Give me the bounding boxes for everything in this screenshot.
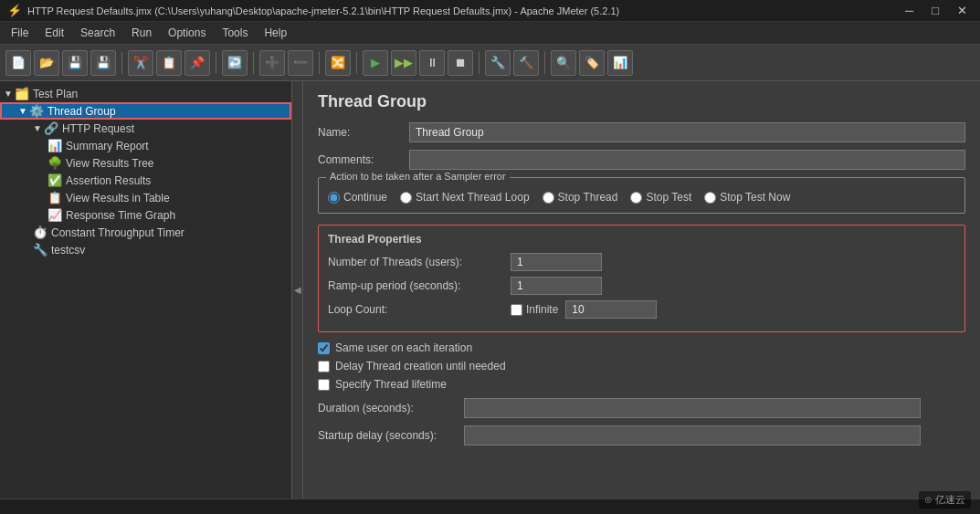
label-summary-report: Summary Report — [66, 140, 149, 152]
action-group-title: Action to be taken after a Sampler error — [326, 171, 510, 182]
radio-stop-test[interactable] — [630, 192, 642, 204]
specify-lifetime-row: Specify Thread lifetime — [318, 378, 965, 391]
tb-start-no-pause[interactable]: ▶▶ — [391, 50, 416, 76]
icon-view-results-tree: 🌳 — [47, 156, 62, 170]
ramp-up-input[interactable] — [511, 277, 602, 295]
radio-stop-thread[interactable] — [543, 192, 554, 204]
radio-continue[interactable] — [328, 192, 340, 204]
radio-start-next-loop[interactable] — [400, 192, 412, 204]
tree-view-results-tree[interactable]: 🌳 View Results Tree — [0, 154, 291, 172]
tree-testcsv[interactable]: 🔧 testcsv — [0, 241, 291, 258]
specify-lifetime-label: Specify Thread lifetime — [335, 378, 447, 391]
infinite-checkbox[interactable] — [511, 304, 522, 316]
tree-test-plan[interactable]: ▼ 🗂️ Test Plan — [0, 85, 291, 102]
tree-assertion-results[interactable]: ✅ Assertion Results — [0, 172, 291, 189]
tb-stop[interactable]: ⏸ — [419, 50, 445, 76]
label-thread-group: Thread Group — [47, 105, 116, 118]
menu-run[interactable]: Run — [124, 24, 159, 42]
label-http-request: HTTP Request — [62, 122, 134, 135]
num-threads-label: Number of Threads (users): — [328, 256, 511, 268]
tree-response-time-graph[interactable]: 📈 Response Time Graph — [0, 206, 291, 224]
icon-test-plan: 🗂️ — [15, 87, 29, 100]
loop-count-input[interactable] — [565, 300, 657, 319]
minimize-button[interactable]: ─ — [900, 4, 919, 17]
separator-5 — [356, 52, 357, 74]
tb-search[interactable]: 🔍 — [551, 50, 576, 76]
tree-summary-report[interactable]: 📊 Summary Report — [0, 137, 291, 154]
separator-6 — [479, 52, 479, 74]
infinite-option[interactable]: Infinite — [511, 303, 558, 316]
tb-new[interactable]: 📄 — [5, 50, 31, 76]
tb-save-as[interactable]: 💾 — [90, 50, 116, 76]
num-threads-input[interactable] — [511, 253, 602, 271]
action-stop-test-now[interactable]: Stop Test Now — [704, 191, 790, 204]
collapse-icon: ◀ — [294, 285, 301, 295]
tb-toggle[interactable]: 🔀 — [325, 50, 351, 76]
tree-constant-throughput[interactable]: ⏱️ Constant Throughput Timer — [0, 224, 291, 241]
sidebar-tree: ▼ 🗂️ Test Plan ▼ ⚙️ Thread Group ▼ 🔗 HTT… — [0, 81, 292, 498]
same-user-checkbox[interactable] — [318, 342, 330, 354]
radio-stop-test-now[interactable] — [704, 192, 716, 204]
tb-settings1[interactable]: 🔧 — [485, 50, 511, 76]
startup-delay-row: Startup delay (seconds): — [318, 425, 965, 446]
menu-file[interactable]: File — [4, 24, 36, 42]
tree-http-request[interactable]: ▼ 🔗 HTTP Request — [0, 120, 291, 137]
duration-input[interactable] — [464, 398, 921, 418]
menu-options[interactable]: Options — [161, 24, 213, 42]
tb-cut[interactable]: ✂️ — [128, 50, 153, 76]
comments-input[interactable] — [409, 150, 965, 170]
name-row: Name: — [318, 122, 965, 142]
close-button[interactable]: ✕ — [952, 4, 973, 17]
menu-help[interactable]: Help — [257, 24, 294, 42]
label-stop-test: Stop Test — [646, 191, 691, 204]
action-continue[interactable]: Continue — [328, 191, 387, 204]
delay-creation-checkbox[interactable] — [318, 361, 330, 372]
label-stop-thread: Stop Thread — [558, 191, 618, 204]
icon-summary-report: 📊 — [47, 139, 62, 152]
maximize-button[interactable]: □ — [926, 4, 944, 17]
tree-thread-group[interactable]: ▼ ⚙️ Thread Group — [0, 102, 291, 120]
app-icon: ⚡ — [7, 4, 22, 17]
collapse-handle[interactable]: ◀ — [292, 81, 303, 498]
tb-add[interactable]: ➕ — [259, 50, 285, 76]
main-layout: ▼ 🗂️ Test Plan ▼ ⚙️ Thread Group ▼ 🔗 HTT… — [0, 81, 980, 498]
icon-view-results-table: 📋 — [47, 191, 62, 205]
label-start-next-loop: Start Next Thread Loop — [416, 191, 530, 204]
comments-label: Comments: — [318, 153, 409, 166]
icon-response-time-graph: 📈 — [47, 208, 62, 222]
page-title: Thread Group — [318, 92, 965, 111]
status-bar — [0, 498, 980, 514]
icon-constant-throughput: ⏱️ — [33, 226, 47, 239]
tb-paste[interactable]: 📌 — [184, 50, 210, 76]
title-controls[interactable]: ─ □ ✕ — [900, 4, 973, 17]
label-view-results-tree: View Results Tree — [66, 157, 154, 170]
toolbar: 📄 📂 💾 💾 ✂️ 📋 📌 ↩️ ➕ ➖ 🔀 ▶ ▶▶ ⏸ ⏹ 🔧 🔨 🔍 🏷… — [0, 45, 980, 81]
name-input[interactable] — [409, 122, 965, 142]
tb-remove[interactable]: ➖ — [288, 50, 313, 76]
tb-start[interactable]: ▶ — [363, 50, 388, 76]
menu-edit[interactable]: Edit — [37, 24, 71, 42]
tb-shutdown[interactable]: ⏹ — [448, 50, 473, 76]
tree-view-results-table[interactable]: 📋 View Results in Table — [0, 189, 291, 206]
separator-2 — [216, 52, 216, 74]
comments-row: Comments: — [318, 150, 965, 170]
specify-lifetime-checkbox[interactable] — [318, 379, 330, 391]
action-stop-test[interactable]: Stop Test — [630, 191, 691, 204]
tb-copy[interactable]: 📋 — [156, 50, 182, 76]
startup-delay-input[interactable] — [464, 425, 921, 446]
menu-tools[interactable]: Tools — [215, 24, 255, 42]
tb-label[interactable]: 🏷️ — [579, 50, 605, 76]
title-bar: ⚡ HTTP Request Defaults.jmx (C:\Users\yu… — [0, 0, 980, 22]
tb-save[interactable]: 💾 — [62, 50, 88, 76]
menu-search[interactable]: Search — [73, 24, 122, 42]
tb-settings2[interactable]: 🔨 — [513, 50, 539, 76]
tb-report[interactable]: 📊 — [607, 50, 633, 76]
action-start-next-loop[interactable]: Start Next Thread Loop — [400, 191, 530, 204]
icon-thread-group: ⚙️ — [29, 104, 44, 118]
thread-props-title: Thread Properties — [328, 233, 955, 246]
same-user-row: Same user on each iteration — [318, 341, 965, 354]
tb-open[interactable]: 📂 — [34, 50, 59, 76]
action-stop-thread[interactable]: Stop Thread — [543, 191, 618, 204]
content-panel: Thread Group Name: Comments: Action to b… — [303, 81, 980, 498]
tb-undo[interactable]: ↩️ — [222, 50, 248, 76]
